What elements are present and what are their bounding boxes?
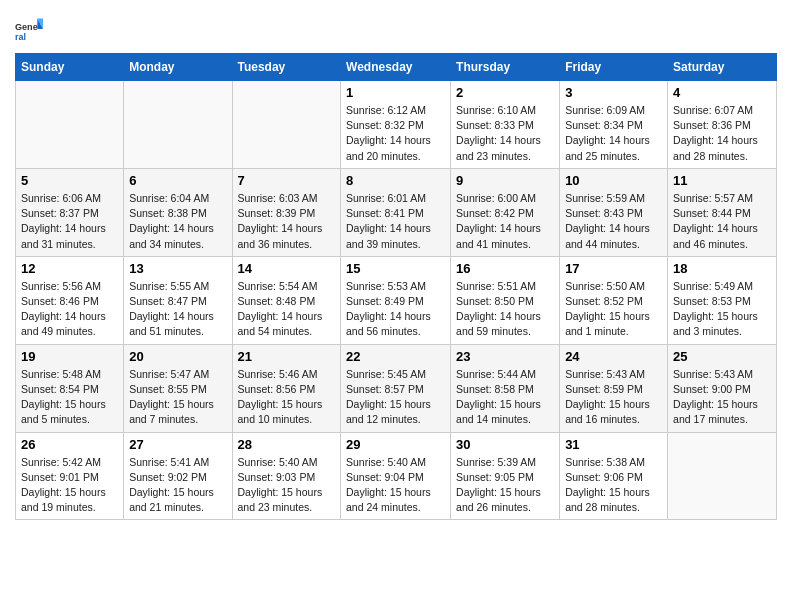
calendar-day-cell: 11Sunrise: 5:57 AM Sunset: 8:44 PM Dayli…: [668, 168, 777, 256]
day-info: Sunrise: 6:04 AM Sunset: 8:38 PM Dayligh…: [129, 191, 226, 252]
calendar-day-cell: [232, 81, 341, 169]
day-number: 27: [129, 437, 226, 452]
day-info: Sunrise: 6:06 AM Sunset: 8:37 PM Dayligh…: [21, 191, 118, 252]
day-number: 26: [21, 437, 118, 452]
day-info: Sunrise: 5:59 AM Sunset: 8:43 PM Dayligh…: [565, 191, 662, 252]
day-info: Sunrise: 6:00 AM Sunset: 8:42 PM Dayligh…: [456, 191, 554, 252]
day-number: 2: [456, 85, 554, 100]
day-info: Sunrise: 6:10 AM Sunset: 8:33 PM Dayligh…: [456, 103, 554, 164]
calendar-day-cell: 3Sunrise: 6:09 AM Sunset: 8:34 PM Daylig…: [560, 81, 668, 169]
calendar-day-cell: 2Sunrise: 6:10 AM Sunset: 8:33 PM Daylig…: [451, 81, 560, 169]
day-info: Sunrise: 5:43 AM Sunset: 9:00 PM Dayligh…: [673, 367, 771, 428]
calendar-day-cell: 24Sunrise: 5:43 AM Sunset: 8:59 PM Dayli…: [560, 344, 668, 432]
day-info: Sunrise: 5:40 AM Sunset: 9:03 PM Dayligh…: [238, 455, 336, 516]
day-number: 9: [456, 173, 554, 188]
calendar-day-cell: 5Sunrise: 6:06 AM Sunset: 8:37 PM Daylig…: [16, 168, 124, 256]
calendar-week-row: 5Sunrise: 6:06 AM Sunset: 8:37 PM Daylig…: [16, 168, 777, 256]
calendar-day-cell: 29Sunrise: 5:40 AM Sunset: 9:04 PM Dayli…: [341, 432, 451, 520]
calendar-week-row: 1Sunrise: 6:12 AM Sunset: 8:32 PM Daylig…: [16, 81, 777, 169]
day-info: Sunrise: 5:55 AM Sunset: 8:47 PM Dayligh…: [129, 279, 226, 340]
day-info: Sunrise: 6:09 AM Sunset: 8:34 PM Dayligh…: [565, 103, 662, 164]
day-info: Sunrise: 5:53 AM Sunset: 8:49 PM Dayligh…: [346, 279, 445, 340]
calendar-day-cell: 4Sunrise: 6:07 AM Sunset: 8:36 PM Daylig…: [668, 81, 777, 169]
weekday-header-cell: Wednesday: [341, 54, 451, 81]
weekday-header-cell: Tuesday: [232, 54, 341, 81]
calendar-day-cell: 18Sunrise: 5:49 AM Sunset: 8:53 PM Dayli…: [668, 256, 777, 344]
weekday-header-cell: Saturday: [668, 54, 777, 81]
day-info: Sunrise: 5:45 AM Sunset: 8:57 PM Dayligh…: [346, 367, 445, 428]
calendar-day-cell: 16Sunrise: 5:51 AM Sunset: 8:50 PM Dayli…: [451, 256, 560, 344]
logo-icon: Gene ral: [15, 15, 43, 43]
day-number: 24: [565, 349, 662, 364]
day-number: 31: [565, 437, 662, 452]
day-number: 18: [673, 261, 771, 276]
day-info: Sunrise: 6:01 AM Sunset: 8:41 PM Dayligh…: [346, 191, 445, 252]
day-info: Sunrise: 5:54 AM Sunset: 8:48 PM Dayligh…: [238, 279, 336, 340]
day-info: Sunrise: 5:38 AM Sunset: 9:06 PM Dayligh…: [565, 455, 662, 516]
day-info: Sunrise: 5:47 AM Sunset: 8:55 PM Dayligh…: [129, 367, 226, 428]
logo: Gene ral: [15, 15, 47, 43]
weekday-header-cell: Sunday: [16, 54, 124, 81]
day-number: 21: [238, 349, 336, 364]
day-number: 28: [238, 437, 336, 452]
calendar-day-cell: 13Sunrise: 5:55 AM Sunset: 8:47 PM Dayli…: [124, 256, 232, 344]
calendar-day-cell: 6Sunrise: 6:04 AM Sunset: 8:38 PM Daylig…: [124, 168, 232, 256]
day-number: 4: [673, 85, 771, 100]
calendar-day-cell: 10Sunrise: 5:59 AM Sunset: 8:43 PM Dayli…: [560, 168, 668, 256]
page-header: Gene ral: [15, 15, 777, 43]
day-info: Sunrise: 5:57 AM Sunset: 8:44 PM Dayligh…: [673, 191, 771, 252]
calendar-day-cell: [16, 81, 124, 169]
calendar-week-row: 26Sunrise: 5:42 AM Sunset: 9:01 PM Dayli…: [16, 432, 777, 520]
svg-text:ral: ral: [15, 32, 26, 42]
day-info: Sunrise: 6:03 AM Sunset: 8:39 PM Dayligh…: [238, 191, 336, 252]
calendar-day-cell: [668, 432, 777, 520]
calendar-day-cell: 30Sunrise: 5:39 AM Sunset: 9:05 PM Dayli…: [451, 432, 560, 520]
day-number: 14: [238, 261, 336, 276]
calendar-day-cell: 25Sunrise: 5:43 AM Sunset: 9:00 PM Dayli…: [668, 344, 777, 432]
calendar-week-row: 12Sunrise: 5:56 AM Sunset: 8:46 PM Dayli…: [16, 256, 777, 344]
day-info: Sunrise: 5:48 AM Sunset: 8:54 PM Dayligh…: [21, 367, 118, 428]
day-number: 23: [456, 349, 554, 364]
day-info: Sunrise: 5:44 AM Sunset: 8:58 PM Dayligh…: [456, 367, 554, 428]
day-info: Sunrise: 5:41 AM Sunset: 9:02 PM Dayligh…: [129, 455, 226, 516]
day-number: 25: [673, 349, 771, 364]
calendar-day-cell: 28Sunrise: 5:40 AM Sunset: 9:03 PM Dayli…: [232, 432, 341, 520]
day-number: 22: [346, 349, 445, 364]
day-info: Sunrise: 5:43 AM Sunset: 8:59 PM Dayligh…: [565, 367, 662, 428]
weekday-header-cell: Friday: [560, 54, 668, 81]
calendar-day-cell: 9Sunrise: 6:00 AM Sunset: 8:42 PM Daylig…: [451, 168, 560, 256]
day-info: Sunrise: 5:46 AM Sunset: 8:56 PM Dayligh…: [238, 367, 336, 428]
day-info: Sunrise: 6:12 AM Sunset: 8:32 PM Dayligh…: [346, 103, 445, 164]
day-number: 3: [565, 85, 662, 100]
calendar-day-cell: 14Sunrise: 5:54 AM Sunset: 8:48 PM Dayli…: [232, 256, 341, 344]
calendar-day-cell: 7Sunrise: 6:03 AM Sunset: 8:39 PM Daylig…: [232, 168, 341, 256]
calendar-body: 1Sunrise: 6:12 AM Sunset: 8:32 PM Daylig…: [16, 81, 777, 520]
calendar-day-cell: 12Sunrise: 5:56 AM Sunset: 8:46 PM Dayli…: [16, 256, 124, 344]
day-number: 15: [346, 261, 445, 276]
calendar-day-cell: 20Sunrise: 5:47 AM Sunset: 8:55 PM Dayli…: [124, 344, 232, 432]
day-info: Sunrise: 5:40 AM Sunset: 9:04 PM Dayligh…: [346, 455, 445, 516]
calendar-day-cell: 15Sunrise: 5:53 AM Sunset: 8:49 PM Dayli…: [341, 256, 451, 344]
day-number: 29: [346, 437, 445, 452]
day-number: 16: [456, 261, 554, 276]
day-number: 5: [21, 173, 118, 188]
calendar-day-cell: 23Sunrise: 5:44 AM Sunset: 8:58 PM Dayli…: [451, 344, 560, 432]
day-number: 8: [346, 173, 445, 188]
calendar-day-cell: 26Sunrise: 5:42 AM Sunset: 9:01 PM Dayli…: [16, 432, 124, 520]
day-info: Sunrise: 5:50 AM Sunset: 8:52 PM Dayligh…: [565, 279, 662, 340]
day-info: Sunrise: 5:49 AM Sunset: 8:53 PM Dayligh…: [673, 279, 771, 340]
day-info: Sunrise: 5:51 AM Sunset: 8:50 PM Dayligh…: [456, 279, 554, 340]
day-info: Sunrise: 5:39 AM Sunset: 9:05 PM Dayligh…: [456, 455, 554, 516]
weekday-header-cell: Monday: [124, 54, 232, 81]
weekday-header-cell: Thursday: [451, 54, 560, 81]
calendar-day-cell: 27Sunrise: 5:41 AM Sunset: 9:02 PM Dayli…: [124, 432, 232, 520]
day-number: 12: [21, 261, 118, 276]
calendar-day-cell: 19Sunrise: 5:48 AM Sunset: 8:54 PM Dayli…: [16, 344, 124, 432]
day-number: 19: [21, 349, 118, 364]
day-number: 10: [565, 173, 662, 188]
day-number: 20: [129, 349, 226, 364]
day-number: 7: [238, 173, 336, 188]
calendar-day-cell: [124, 81, 232, 169]
day-info: Sunrise: 5:42 AM Sunset: 9:01 PM Dayligh…: [21, 455, 118, 516]
day-number: 30: [456, 437, 554, 452]
